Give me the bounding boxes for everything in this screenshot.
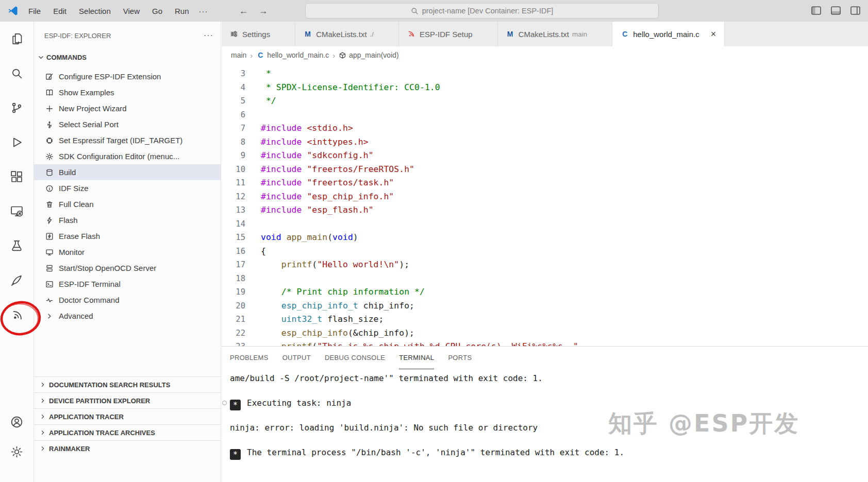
command-label: ESP-IDF Terminal <box>59 280 121 288</box>
panel-tab-ports[interactable]: PORTS <box>448 347 472 369</box>
command-item-esp-idf-terminal[interactable]: ESP-IDF Terminal <box>34 276 221 292</box>
menu-go[interactable]: Go <box>146 5 168 18</box>
toggle-secondary-sidebar-icon[interactable] <box>850 5 861 16</box>
command-item-sdk-configuration-editor-menuc[interactable]: SDK Configuration Editor (menuc... <box>34 148 221 164</box>
command-label: Erase Flash <box>59 232 100 240</box>
line-number: 16 <box>222 245 245 259</box>
command-decoration-circle[interactable] <box>222 401 227 405</box>
commands-section-header[interactable]: COMMANDS <box>37 54 87 61</box>
command-item-advanced[interactable]: Advanced <box>34 308 221 324</box>
code-line[interactable]: 13#include "esp_flash.h" <box>222 203 868 217</box>
activity-settings-gear-button[interactable] <box>0 437 34 467</box>
command-item-configure-esp-idf-extension[interactable]: Configure ESP-IDF Extension <box>34 68 221 84</box>
code-text: #include "sdkconfig.h" <box>261 149 374 163</box>
section-documentation-search-results[interactable]: DOCUMENTATION SEARCH RESULTS <box>34 376 221 392</box>
sdk-config-icon <box>45 152 54 161</box>
command-item-set-espressif-target-idf-target[interactable]: Set Espressif Target (IDF_TARGET) <box>34 132 221 148</box>
code-line[interactable]: 8#include <inttypes.h> <box>222 135 868 149</box>
code-line[interactable]: 16{ <box>222 245 868 259</box>
tab-detail: ./ <box>370 30 374 38</box>
tab-close-button[interactable]: × <box>711 29 716 40</box>
command-item-monitor[interactable]: Monitor <box>34 244 221 260</box>
forward-button[interactable]: → <box>259 6 268 16</box>
toggle-sidebar-icon[interactable] <box>811 5 822 16</box>
code-line[interactable]: 5 */ <box>222 94 868 108</box>
code-line[interactable]: 17 printf("Hello world!\n"); <box>222 258 868 272</box>
code-line[interactable]: 22 esp_chip_info(&chip_info); <box>222 326 868 340</box>
activity-run-debug-button[interactable] <box>0 125 34 160</box>
command-item-build[interactable]: Build <box>34 164 221 180</box>
command-item-show-examples[interactable]: Show Examples <box>34 84 221 100</box>
tab-esp-idf-setup[interactable]: ESP-IDF Setup <box>399 22 498 46</box>
command-center-search[interactable]: project-name [Dev Container: ESP-IDF] <box>305 3 659 19</box>
panel-tab-debug-console[interactable]: DEBUG CONSOLE <box>325 347 385 369</box>
code-line[interactable]: 9#include "sdkconfig.h" <box>222 149 868 163</box>
command-item-erase-flash[interactable]: Erase Flash <box>34 228 221 244</box>
command-item-new-project-wizard[interactable]: New Project Wizard <box>34 100 221 116</box>
section-device-partition-explorer[interactable]: DEVICE PARTITION EXPLORER <box>34 392 221 408</box>
toggle-panel-icon[interactable] <box>830 5 841 16</box>
activity-extensions-button[interactable] <box>0 160 34 194</box>
code-line[interactable]: 4 * SPDX-License-Identifier: CC0-1.0 <box>222 81 868 95</box>
code-line[interactable]: 20 esp_chip_info_t chip_info; <box>222 299 868 313</box>
menu-file[interactable]: File <box>23 5 46 18</box>
code-line[interactable]: 15void app_main(void) <box>222 231 868 245</box>
command-label: Configure ESP-IDF Extension <box>59 72 161 81</box>
activity-account-button[interactable] <box>0 407 34 437</box>
panel-tab-terminal[interactable]: TERMINAL <box>399 347 434 369</box>
panel-tab-output[interactable]: OUTPUT <box>282 347 311 369</box>
activity-source-control-button[interactable] <box>0 91 34 125</box>
section-application-trace-archives[interactable]: APPLICATION TRACE ARCHIVES <box>34 424 221 440</box>
line-number: 20 <box>222 299 245 313</box>
section-label: APPLICATION TRACER <box>49 413 124 421</box>
activity-remote-explorer-button[interactable] <box>0 194 34 229</box>
section-application-tracer[interactable]: APPLICATION TRACER <box>34 408 221 424</box>
activity-explorer-button[interactable] <box>0 22 34 56</box>
section-rainmaker[interactable]: RAINMAKER <box>34 440 221 456</box>
code-line[interactable]: 7#include <stdio.h> <box>222 122 868 135</box>
command-item-select-serial-port[interactable]: Select Serial Port <box>34 116 221 132</box>
tab-settings[interactable]: Settings <box>222 22 295 46</box>
activity-search-button[interactable] <box>0 56 34 91</box>
command-item-start-stop-openocd-server[interactable]: Start/Stop OpenOCD Server <box>34 260 221 276</box>
activity-quill-button[interactable] <box>0 263 34 298</box>
panel-tab-problems[interactable]: PROBLEMS <box>230 347 269 369</box>
breadcrumb-item-main[interactable]: main <box>231 51 246 59</box>
menu-selection[interactable]: Selection <box>73 5 116 18</box>
tab-cmakelists-txt-main[interactable]: MCMakeLists.txtmain <box>498 22 613 46</box>
code-line[interactable]: 10#include "freertos/FreeRTOS.h" <box>222 163 868 177</box>
back-button[interactable]: ← <box>239 6 248 16</box>
code-line[interactable]: 6 <box>222 108 868 122</box>
code-editor[interactable]: 3 *4 * SPDX-License-Identifier: CC0-1.05… <box>222 64 868 346</box>
code-line[interactable]: 3 * <box>222 67 868 81</box>
code-line[interactable]: 19 /* Print chip information */ <box>222 285 868 299</box>
code-line[interactable]: 12#include "esp_chip_info.h" <box>222 190 868 204</box>
terminal-text: Executing task: ninja <box>247 398 351 408</box>
command-item-flash[interactable]: Flash <box>34 212 221 228</box>
chevron-down-icon <box>37 54 45 61</box>
code-text: void app_main(void) <box>261 231 358 245</box>
code-line[interactable]: 14 <box>222 217 868 231</box>
breadcrumb-item-app-main-void[interactable]: app_main(void) <box>339 51 399 59</box>
code-line[interactable]: 23 printf("This is %s chip with %d CPU c… <box>222 340 868 346</box>
breadcrumb-item-hello-world-main-c[interactable]: Chello_world_main.c <box>256 51 329 59</box>
terminal-line: ninja: error: loading 'build.ninja': No … <box>230 422 868 434</box>
sidebar-more-actions-button[interactable]: ··· <box>204 31 213 40</box>
menu-edit[interactable]: Edit <box>47 5 72 18</box>
menu-view[interactable]: View <box>118 5 145 18</box>
code-line[interactable]: 21 uint32_t flash_size; <box>222 313 868 326</box>
code-line[interactable]: 11#include "freertos/task.h" <box>222 176 868 190</box>
activity-esp-idf-button[interactable] <box>0 298 34 332</box>
command-item-full-clean[interactable]: Full Clean <box>34 196 221 212</box>
menu-overflow-button[interactable]: ··· <box>195 5 212 18</box>
command-item-idf-size[interactable]: IDF Size <box>34 180 221 196</box>
menu-run[interactable]: Run <box>169 5 195 18</box>
command-item-doctor-command[interactable]: Doctor Command <box>34 292 221 308</box>
tab-hello-world-main-c[interactable]: Chello_world_main.c× <box>612 22 725 46</box>
breadcrumb: main›Chello_world_main.c›app_main(void) <box>222 46 868 64</box>
activity-test-flask-button[interactable] <box>0 229 34 263</box>
command-label: Full Clean <box>59 200 94 209</box>
code-line[interactable]: 18 <box>222 272 868 286</box>
tab-cmakelists-txt[interactable]: MCMakeLists.txt./ <box>295 22 399 46</box>
terminal-output[interactable]: ame/build -S /root/project-name'" termin… <box>222 369 868 459</box>
